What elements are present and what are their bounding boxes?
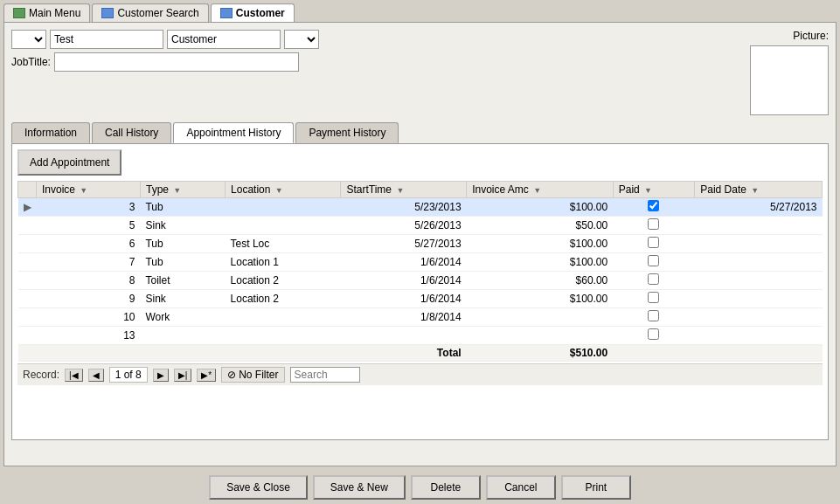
- table-cell: [140, 327, 225, 345]
- form-right: Picture:: [750, 30, 829, 115]
- tab-payment-history[interactable]: Payment History: [295, 122, 399, 143]
- paid-col-header[interactable]: Paid ▼: [613, 182, 694, 198]
- search-input[interactable]: [290, 367, 360, 383]
- tab-main-menu-label: Main Menu: [29, 7, 80, 19]
- paid-checkbox-cell[interactable]: [613, 290, 694, 308]
- prefix-select[interactable]: [11, 30, 46, 49]
- tab-customer[interactable]: Customer: [211, 3, 295, 22]
- tab-main-menu[interactable]: Main Menu: [3, 3, 90, 22]
- paid-checkbox[interactable]: [648, 328, 659, 340]
- total-row: Total$510.00: [18, 345, 823, 362]
- main-window: JobTitle: Picture: Information Call Hist…: [3, 22, 837, 466]
- picture-label: Picture:: [793, 30, 829, 42]
- paid-checkbox[interactable]: [648, 273, 659, 285]
- jobtitle-input[interactable]: [54, 52, 299, 72]
- table-cell: Toilet: [140, 272, 225, 290]
- last-name-input[interactable]: [167, 30, 281, 49]
- save-new-button[interactable]: Save & New: [313, 475, 406, 500]
- paid-checkbox[interactable]: [648, 218, 659, 230]
- table-cell: Location 1: [226, 253, 341, 272]
- table-cell: 9: [37, 290, 141, 308]
- table-row[interactable]: 7TubLocation 11/6/2014$100.00: [18, 253, 823, 272]
- filter-icon: ⊘: [227, 369, 236, 381]
- paid-date-cell: 5/27/2013: [695, 198, 823, 217]
- table-cell: [226, 308, 341, 327]
- starttime-sort-icon: ▼: [396, 186, 404, 195]
- paid-checkbox-cell[interactable]: [613, 235, 694, 253]
- nav-new-button[interactable]: ▶*: [197, 369, 216, 382]
- inner-tabs: Information Call History Appointment His…: [11, 122, 829, 143]
- paid-checkbox[interactable]: [648, 237, 659, 248]
- table-cell: Location 2: [226, 290, 341, 308]
- delete-button[interactable]: Delete: [411, 475, 481, 500]
- row-selector: [18, 235, 37, 253]
- tab-customer-search[interactable]: Customer Search: [92, 3, 208, 22]
- main-menu-icon: [13, 8, 25, 18]
- table-cell: 5/27/2013: [341, 235, 467, 253]
- paid-checkbox[interactable]: [648, 292, 659, 303]
- table-cell: [341, 327, 467, 345]
- table-cell: Tub: [140, 235, 225, 253]
- print-button[interactable]: Print: [561, 475, 631, 500]
- customer-search-icon: [101, 8, 114, 18]
- paid-checkbox[interactable]: [648, 200, 659, 211]
- paid-checkbox-cell[interactable]: [613, 198, 694, 217]
- appointment-history-content: Add Appointment Invoice ▼ Type ▼ Locatio…: [11, 143, 829, 440]
- row-selector: [18, 327, 37, 345]
- add-appointment-button[interactable]: Add Appointment: [17, 149, 121, 176]
- paid-checkbox-cell[interactable]: [613, 217, 694, 235]
- table-row[interactable]: 13: [18, 327, 823, 345]
- nav-prev-button[interactable]: ◀: [88, 369, 104, 382]
- table-row[interactable]: 5Sink5/26/2013$50.00: [18, 217, 823, 235]
- table-cell: [467, 308, 614, 327]
- paid-date-cell: [695, 327, 823, 345]
- table-cell: 1/8/2014: [341, 308, 467, 327]
- location-sort-icon: ▼: [275, 186, 283, 195]
- name-row: [11, 30, 743, 49]
- table-cell: 5: [37, 217, 141, 235]
- type-col-header[interactable]: Type ▼: [140, 182, 225, 198]
- tab-information[interactable]: Information: [11, 122, 90, 143]
- table-row[interactable]: 6TubTest Loc5/27/2013$100.00: [18, 235, 823, 253]
- table-row[interactable]: 9SinkLocation 21/6/2014$100.00: [18, 290, 823, 308]
- location-col-header[interactable]: Location ▼: [226, 182, 341, 198]
- table-cell: [226, 217, 341, 235]
- suffix-select[interactable]: [284, 30, 319, 49]
- tab-appointment-history[interactable]: Appointment History: [173, 122, 294, 143]
- row-selector: [18, 308, 37, 327]
- paid-checkbox-cell[interactable]: [613, 327, 694, 345]
- row-selector: [18, 217, 37, 235]
- form-area: JobTitle: Picture:: [11, 30, 829, 115]
- table-cell: Test Loc: [226, 235, 341, 253]
- no-filter-button[interactable]: ⊘ No Filter: [221, 367, 284, 383]
- table-cell: Location 2: [226, 272, 341, 290]
- total-amount: $510.00: [467, 345, 614, 362]
- amount-col-header[interactable]: Invoice Amc ▼: [467, 182, 614, 198]
- amount-sort-icon: ▼: [533, 186, 541, 195]
- save-close-button[interactable]: Save & Close: [209, 475, 308, 500]
- filter-label: No Filter: [239, 369, 278, 381]
- first-name-input[interactable]: [50, 30, 163, 49]
- paiddate-sort-icon: ▼: [751, 186, 759, 195]
- paid-checkbox-cell[interactable]: [613, 272, 694, 290]
- table-row[interactable]: ▶3Tub5/23/2013$100.005/27/2013: [18, 198, 823, 217]
- table-row[interactable]: 10Work1/8/2014: [18, 308, 823, 327]
- paid-checkbox[interactable]: [648, 310, 659, 321]
- paid-checkbox-cell[interactable]: [613, 253, 694, 272]
- nav-first-button[interactable]: |◀: [65, 369, 83, 382]
- nav-next-button[interactable]: ▶: [153, 369, 169, 382]
- table-row[interactable]: 8ToiletLocation 21/6/2014$60.00: [18, 272, 823, 290]
- invoice-col-header[interactable]: Invoice ▼: [37, 182, 141, 198]
- table-cell: 1/6/2014: [341, 290, 467, 308]
- tab-call-history[interactable]: Call History: [92, 122, 171, 143]
- starttime-col-header[interactable]: StartTime ▼: [341, 182, 467, 198]
- cancel-button[interactable]: Cancel: [486, 475, 556, 500]
- row-selector: [18, 253, 37, 272]
- nav-last-button[interactable]: ▶|: [174, 369, 192, 382]
- paid-date-cell: [695, 272, 823, 290]
- table-cell: 1/6/2014: [341, 272, 467, 290]
- paid-checkbox[interactable]: [648, 255, 659, 266]
- paid-checkbox-cell[interactable]: [613, 308, 694, 327]
- tab-customer-label: Customer: [236, 7, 285, 19]
- paiddate-col-header[interactable]: Paid Date ▼: [695, 182, 823, 198]
